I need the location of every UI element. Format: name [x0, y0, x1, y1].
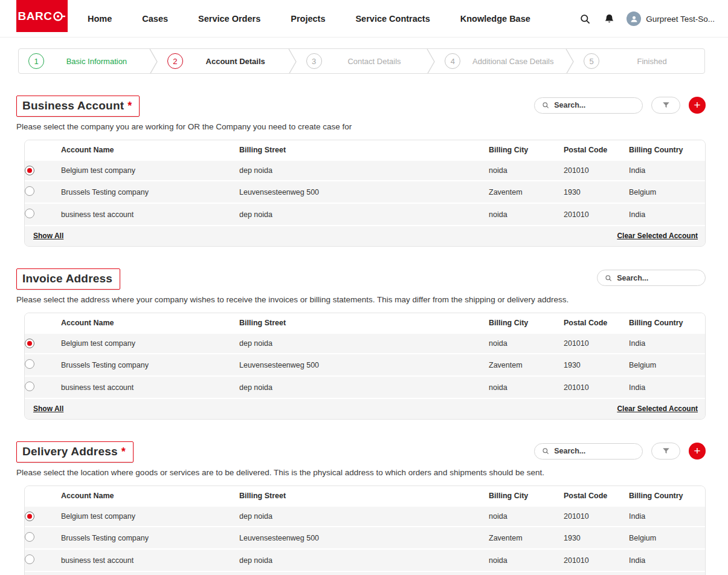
cell-postal-code: 1930 — [564, 183, 629, 201]
radio-column-header — [25, 145, 61, 155]
table-row[interactable]: Brussels Testing company Leuvensesteenwe… — [25, 353, 705, 375]
cell-billing-street: dep noida — [239, 334, 489, 352]
table-row[interactable]: business test account dep noida noida 20… — [25, 548, 705, 571]
column-header-billing-street: Billing Street — [239, 486, 489, 505]
column-header-billing-street: Billing Street — [239, 313, 489, 333]
sections: Business Account * + Please select the c… — [16, 96, 706, 575]
user-menu[interactable]: Gurpreet Test-So... — [627, 11, 715, 26]
row-radio-button[interactable] — [25, 186, 34, 196]
step-number: 5 — [584, 53, 599, 69]
row-radio-button[interactable] — [25, 532, 34, 542]
barco-logo[interactable]: BARC — [16, 0, 68, 32]
search-input[interactable] — [554, 447, 635, 455]
step-finished[interactable]: 5 Finished — [574, 49, 704, 73]
cell-postal-code: 201010 — [564, 507, 629, 525]
table-footer: Show All Clear Selected Account — [25, 571, 705, 575]
cell-billing-city: Zaventem — [489, 183, 564, 201]
step-basic-information[interactable]: 1 Basic Information — [19, 49, 149, 73]
account-section: Delivery Address * + Please select the l… — [16, 441, 706, 575]
row-radio-button[interactable] — [25, 512, 34, 521]
section-header: Invoice Address — [16, 268, 706, 290]
row-radio-button[interactable] — [25, 554, 34, 564]
step-contact-details[interactable]: 3 Contact Details — [297, 49, 427, 73]
table-body: Belgium test company dep noida noida 201… — [25, 160, 705, 225]
table-header-row: Account Name Billing Street Billing City… — [25, 486, 705, 505]
search-icon — [542, 447, 549, 455]
cell-billing-street: Leuvensesteenweg 500 — [239, 356, 489, 374]
row-radio-button[interactable] — [25, 339, 34, 348]
table-row[interactable]: business test account dep noida noida 20… — [25, 375, 705, 398]
clear-selected-account-link[interactable]: Clear Selected Account — [617, 404, 698, 413]
column-header-postal-code: Postal Code — [564, 486, 629, 505]
search-icon[interactable] — [578, 12, 591, 25]
row-radio-button[interactable] — [25, 382, 34, 391]
cell-billing-city: noida — [489, 334, 564, 352]
step-number: 1 — [28, 53, 44, 69]
section-description: Please select the location where goods o… — [16, 468, 706, 477]
filter-button[interactable] — [651, 443, 680, 460]
search-input[interactable] — [554, 101, 635, 109]
column-header-postal-code: Postal Code — [564, 140, 629, 160]
column-header-account-name: Account Name — [61, 140, 239, 160]
cell-billing-city: Zaventem — [489, 356, 564, 374]
column-header-account-name: Account Name — [61, 313, 239, 333]
cell-postal-code: 201010 — [564, 334, 629, 352]
wizard-stepper: 1 Basic Information 2 Account Details 3 … — [18, 48, 705, 74]
section-controls: + — [534, 441, 706, 460]
step-label: Additional Case Details — [460, 57, 565, 66]
cell-billing-city: noida — [489, 507, 564, 525]
table-row[interactable]: business test account dep noida noida 20… — [25, 203, 705, 225]
required-asterisk: * — [121, 446, 126, 458]
table-body: Belgium test company dep noida noida 201… — [25, 505, 705, 571]
nav-item-home[interactable]: Home — [88, 14, 112, 24]
bell-icon[interactable] — [602, 12, 616, 25]
table-row[interactable]: Brussels Testing company Leuvensesteenwe… — [25, 526, 705, 548]
column-header-billing-street: Billing Street — [239, 140, 489, 160]
cell-billing-country: Belgium — [629, 356, 705, 374]
section-title: Invoice Address — [22, 272, 112, 285]
cell-billing-city: noida — [489, 378, 564, 397]
funnel-icon — [662, 101, 671, 109]
table-row[interactable]: Brussels Testing company Leuvensesteenwe… — [25, 180, 705, 203]
column-header-billing-city: Billing City — [489, 486, 564, 505]
radio-cell — [25, 161, 61, 180]
show-all-link[interactable]: Show All — [33, 404, 63, 413]
nav-item-service-orders[interactable]: Service Orders — [198, 14, 260, 24]
radio-cell — [25, 377, 61, 398]
table-body: Belgium test company dep noida noida 201… — [25, 333, 705, 398]
step-separator-chevron — [288, 49, 297, 73]
person-avatar-icon — [627, 11, 641, 26]
row-radio-button[interactable] — [25, 209, 34, 218]
table-row[interactable]: Belgium test company dep noida noida 201… — [25, 160, 705, 180]
cell-billing-street: dep noida — [239, 507, 489, 525]
nav-item-service-contracts[interactable]: Service Contracts — [355, 14, 430, 24]
step-separator-chevron — [427, 49, 435, 73]
row-radio-button[interactable] — [25, 359, 34, 369]
nav-item-knowledge-base[interactable]: Knowledge Base — [460, 14, 530, 24]
barco-logo-target-icon — [53, 10, 66, 22]
section-header: Business Account * + — [16, 96, 706, 117]
section-title-box: Invoice Address — [16, 268, 120, 290]
filter-button[interactable] — [651, 97, 680, 114]
row-radio-button[interactable] — [25, 166, 34, 175]
step-label: Basic Information — [44, 57, 149, 66]
section-search — [597, 270, 706, 286]
cell-billing-country: India — [629, 206, 705, 224]
nav-item-projects[interactable]: Projects — [291, 14, 325, 24]
search-input[interactable] — [617, 274, 698, 282]
show-all-link[interactable]: Show All — [33, 232, 63, 240]
table-row[interactable]: Belgium test company dep noida noida 201… — [25, 505, 705, 526]
clear-selected-account-link[interactable]: Clear Selected Account — [617, 232, 698, 240]
step-separator-chevron — [565, 49, 574, 73]
table-row[interactable]: Belgium test company dep noida noida 201… — [25, 333, 705, 353]
accounts-table: Account Name Billing Street Billing City… — [24, 313, 706, 420]
step-account-details[interactable]: 2 Account Details — [158, 49, 288, 73]
step-additional-case-details[interactable]: 4 Additional Case Details — [435, 49, 565, 73]
radio-cell — [25, 550, 61, 571]
add-button[interactable]: + — [689, 443, 706, 460]
add-button[interactable]: + — [689, 97, 706, 114]
top-navigation-bar: BARC Home Cases Service Orders Projects … — [0, 0, 728, 37]
cell-billing-street: dep noida — [239, 551, 489, 570]
nav-item-cases[interactable]: Cases — [142, 14, 168, 24]
cell-account-name: business test account — [61, 378, 239, 397]
